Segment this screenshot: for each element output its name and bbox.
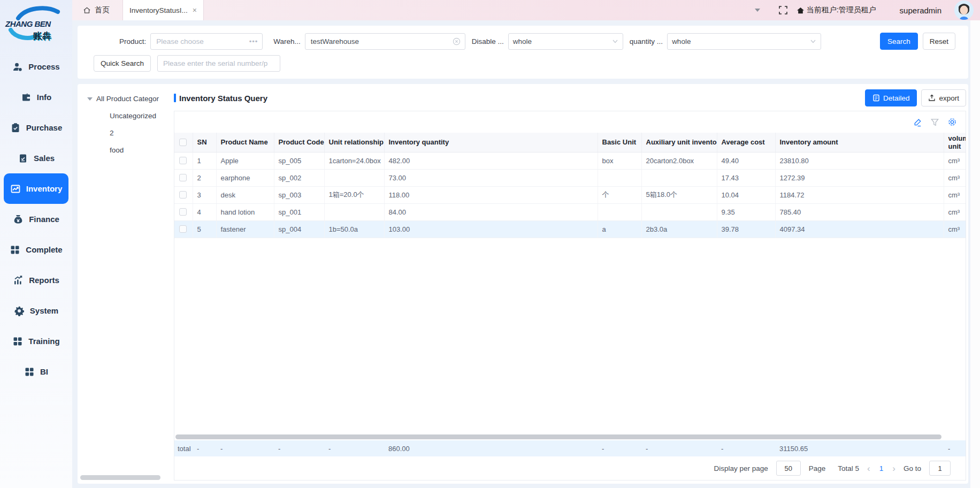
search-button[interactable]: Search xyxy=(880,33,918,50)
row-checkbox[interactable] xyxy=(179,174,187,181)
column-settings-gear-icon[interactable] xyxy=(947,117,957,127)
chevron-down-icon[interactable] xyxy=(755,9,760,12)
current-page[interactable]: 1 xyxy=(878,464,885,472)
home-tab[interactable]: 首页 xyxy=(72,0,122,20)
tree-item[interactable]: 2 xyxy=(110,129,174,137)
select-all-checkbox[interactable] xyxy=(179,139,187,146)
table-cell: 39.78 xyxy=(717,220,775,238)
doc-check-icon xyxy=(18,153,28,164)
table-cell: a xyxy=(598,220,641,238)
sidebar-item-reports[interactable]: Reports xyxy=(4,265,68,295)
category-tree: All Product Categor Uncategorized2food xyxy=(78,84,174,484)
quick-search-input-field[interactable] xyxy=(162,59,275,68)
sidebar-item-process[interactable]: Process xyxy=(4,51,68,82)
sidebar-item-info[interactable]: Info xyxy=(4,82,68,112)
reset-button[interactable]: Reset xyxy=(923,33,955,50)
app-root: ZHANG BEN 账犇 ProcessInfoPurchaseSalesInv… xyxy=(0,0,980,488)
sidebar-item-finance[interactable]: Finance xyxy=(4,204,68,234)
brand-logo: ZHANG BEN 账犇 xyxy=(0,0,72,49)
table-row[interactable]: 5fastenersp_0041b=50.0a103.00a2b3.0a39.7… xyxy=(174,220,966,238)
sidebar-nav: ProcessInfoPurchaseSalesInventoryFinance… xyxy=(0,49,72,488)
column-header: Product Name xyxy=(216,133,274,152)
table-cell: Apple xyxy=(216,152,274,169)
quick-search-input[interactable] xyxy=(157,55,280,72)
page-size-input[interactable] xyxy=(776,461,801,476)
table-cell xyxy=(641,203,717,220)
table-cell: cm³ xyxy=(944,152,966,169)
grid-icon xyxy=(10,245,20,255)
pagination: Display per page Page Total 5 ‹ 1 › Go t… xyxy=(174,456,966,480)
table-cell: 84.00 xyxy=(384,203,598,220)
sidebar-item-training[interactable]: Training xyxy=(4,326,68,356)
next-page-icon[interactable]: › xyxy=(892,464,895,473)
sidebar-item-bi[interactable]: BI xyxy=(4,356,68,387)
avatar[interactable] xyxy=(954,1,974,20)
filter-row-2: Quick Search xyxy=(78,55,955,72)
table-cell: 118.00 xyxy=(384,186,598,203)
table-row[interactable]: 1Applesp_0051carton=24.0box482.00box20ca… xyxy=(174,152,966,169)
quick-search-button[interactable]: Quick Search xyxy=(94,55,151,72)
table-cell: 785.40 xyxy=(775,203,944,220)
ellipsis-icon[interactable]: ••• xyxy=(249,37,258,45)
tree-item[interactable]: Uncategorized xyxy=(110,112,174,120)
table-cell: 1箱=20.0个 xyxy=(324,186,384,203)
sidebar-item-purchase[interactable]: Purchase xyxy=(4,112,68,143)
fullscreen-icon[interactable] xyxy=(778,5,788,15)
table-horizontal-scrollbar[interactable] xyxy=(175,434,941,439)
main-column: 首页 InventoryStatusI... × 当前租户:管理员租户 supe… xyxy=(72,0,980,488)
export-button[interactable]: export xyxy=(921,89,966,106)
tree-root-item[interactable]: All Product Categor xyxy=(87,95,174,103)
goto-page-input[interactable] xyxy=(929,461,951,476)
row-checkbox[interactable] xyxy=(179,208,187,216)
sidebar-item-inventory[interactable]: Inventory xyxy=(4,173,68,204)
prev-page-icon[interactable]: ‹ xyxy=(867,464,870,473)
table-row[interactable]: 2earphonesp_00273.0017.431272.39cm³ xyxy=(174,169,966,186)
sidebar-item-sales[interactable]: Sales xyxy=(4,143,68,173)
tree-item[interactable]: food xyxy=(110,146,174,154)
table-cell: cm³ xyxy=(944,186,966,203)
table-cell xyxy=(598,203,641,220)
user-icon xyxy=(12,62,23,72)
caret-down-icon[interactable] xyxy=(87,97,93,101)
table-row[interactable]: 4hand lotionsp_00184.009.35785.40cm³ xyxy=(174,203,966,220)
main-panel: All Product Categor Uncategorized2food I… xyxy=(78,84,968,484)
table-cell: 1b=50.0a xyxy=(324,220,384,238)
username[interactable]: superadmin xyxy=(900,6,941,15)
quantity-select[interactable]: whole xyxy=(667,33,821,50)
document-icon xyxy=(872,94,880,102)
tab-inventory-status[interactable]: InventoryStatusI... × xyxy=(122,0,204,20)
edit-pencil-icon[interactable] xyxy=(913,118,922,127)
tree-horizontal-scrollbar[interactable] xyxy=(80,475,160,480)
clipboard-icon xyxy=(10,123,21,133)
product-input-field[interactable] xyxy=(155,37,246,46)
column-header: Inventory amount xyxy=(775,133,944,152)
row-checkbox[interactable] xyxy=(179,157,187,164)
warehouse-input-field[interactable] xyxy=(310,37,449,46)
tenant-info[interactable]: 当前租户:管理员租户 xyxy=(797,5,876,15)
clear-icon[interactable] xyxy=(453,37,461,45)
total-cell: - xyxy=(274,440,324,456)
table-cell: cm³ xyxy=(944,169,966,186)
table-row[interactable]: 3desksp_0031箱=20.0个118.00个5箱18.0个10.0411… xyxy=(174,186,966,203)
product-input[interactable]: ••• xyxy=(150,33,263,50)
tenant-label: 当前租户:管理员租户 xyxy=(807,5,876,15)
sidebar-item-system[interactable]: System xyxy=(4,295,68,326)
quantity-label: quantity ... xyxy=(630,37,663,45)
column-header: SN xyxy=(193,133,216,152)
warehouse-input[interactable] xyxy=(305,33,465,50)
filter-funnel-icon[interactable] xyxy=(930,118,939,127)
row-checkbox[interactable] xyxy=(179,191,187,199)
sidebar-item-complete[interactable]: Complete xyxy=(4,234,68,265)
table-cell: sp_004 xyxy=(274,220,324,238)
disable-select[interactable]: whole xyxy=(508,33,623,50)
sidebar-item-label: Training xyxy=(28,337,59,346)
table-cell xyxy=(324,169,384,186)
tab-label: InventoryStatusI... xyxy=(129,6,188,14)
table-cell xyxy=(641,169,717,186)
detailed-button[interactable]: Detailed xyxy=(865,89,917,106)
page-scrollbar-gutter[interactable] xyxy=(970,20,980,488)
close-icon[interactable]: × xyxy=(193,6,197,14)
avatar-image-icon xyxy=(954,1,974,20)
table-toolbar xyxy=(174,111,966,133)
row-checkbox[interactable] xyxy=(179,225,187,233)
